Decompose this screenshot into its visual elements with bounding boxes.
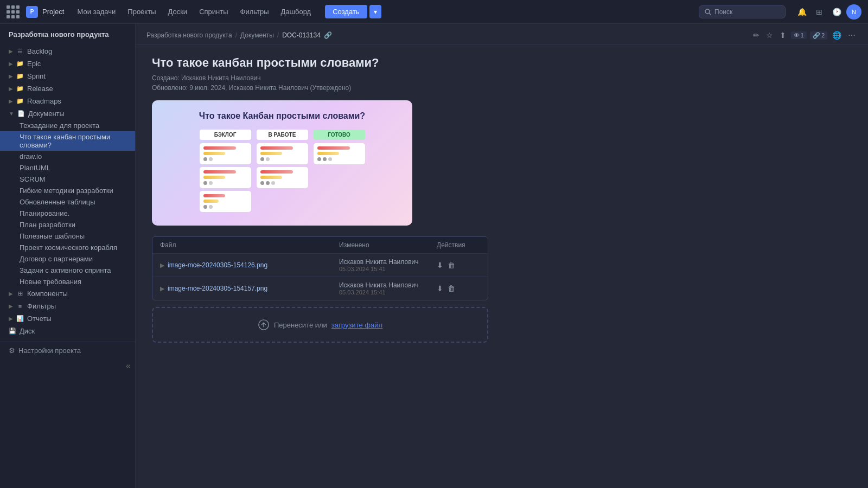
sidebar-item-documents[interactable]: ▼ 📄 Документы (0, 107, 135, 120)
breadcrumb-part-0[interactable]: Разработка нового продукта (146, 31, 232, 39)
sidebar-item-backlog[interactable]: ▶ ☰ Backlog (0, 45, 135, 57)
sidebar-subitem-devplan[interactable]: План разработки (0, 219, 135, 230)
sidebar-subitem-drawio[interactable]: draw.io (0, 151, 135, 162)
list-icon: ☰ (16, 48, 24, 55)
kanban-dot (203, 205, 207, 209)
kanban-card-dots (203, 181, 247, 185)
upload-link[interactable]: загрузите файл (331, 321, 382, 329)
share-icon[interactable]: ⬆ (778, 29, 788, 41)
kanban-card-dots (203, 205, 247, 209)
star-icon[interactable]: ☆ (764, 29, 775, 41)
sidebar-item-label-disk: Диск (20, 327, 126, 335)
edit-icon[interactable]: ✏ (751, 29, 761, 41)
sidebar-item-disk[interactable]: 💾 Диск (0, 325, 135, 337)
sidebar-subitem-partners[interactable]: Договор с партнерами (0, 253, 135, 265)
sidebar-settings[interactable]: ⚙ Настройки проекта (0, 342, 135, 359)
nav-boards[interactable]: Доски (162, 5, 193, 18)
nav-filters[interactable]: Фильтры (235, 5, 275, 18)
sidebar-subitem-agile[interactable]: Гибкие методики разработки (0, 185, 135, 196)
sidebar-item-roadmaps[interactable]: ▶ 📁 Roadmaps (0, 95, 135, 107)
folder-icon-roadmaps: 📁 (16, 98, 24, 105)
sidebar-item-epic[interactable]: ▶ 📁 Epic (0, 57, 135, 70)
grid-icon[interactable] (7, 5, 20, 18)
doc-content: Что такое канбан простыми словами? Созда… (136, 45, 868, 488)
more-icon[interactable]: ⋯ (846, 29, 857, 41)
sidebar-subitem-plantuml[interactable]: PlantUML (0, 162, 135, 174)
kanban-preview-title: Что такое Канбан простыми словами? (163, 111, 401, 121)
chevron-right-icon: ▶ (9, 61, 13, 67)
sidebar-item-label-filters: Фильтры (27, 302, 126, 310)
delete-icon[interactable]: 🗑 (448, 284, 455, 293)
sidebar-collapse-button[interactable]: « (0, 359, 135, 373)
sidebar-item-components[interactable]: ▶ ⊞ Компоненты (0, 287, 135, 300)
kanban-card-bar (260, 170, 293, 174)
link-icon2: 🔗 (813, 32, 820, 39)
avatar[interactable]: N (846, 4, 861, 20)
kanban-col-inprogress: В РАБОТЕ (257, 130, 308, 215)
history-icon[interactable]: 🕐 (829, 4, 844, 20)
sidebar-subitem-spaceship[interactable]: Проект космического корабля (0, 242, 135, 253)
sidebar-subitem-new-reqs[interactable]: Новые требования (0, 276, 135, 287)
breadcrumb-sep-0: / (235, 31, 237, 39)
kanban-card-dots (260, 181, 304, 185)
doc-title: Что такое канбан простыми словами? (152, 56, 852, 70)
create-button[interactable]: Создать (325, 5, 367, 18)
bell-icon[interactable]: 🔔 (794, 4, 809, 20)
subitem-label: Задачи с активного спринта (20, 266, 111, 274)
views-badge: 👁 1 (791, 31, 807, 39)
sidebar-subitem-templates[interactable]: Полезные шаблоны (0, 230, 135, 242)
links-badge: 🔗 2 (810, 31, 827, 40)
kanban-col-backlog: БЭКЛОГ (200, 130, 251, 215)
sidebar-subitem-tables[interactable]: Обновленные таблицы (0, 196, 135, 208)
kanban-card (257, 167, 308, 188)
nav-projects[interactable]: Проекты (122, 5, 161, 18)
collapse-icon: « (126, 361, 131, 371)
sidebar-item-label-components: Компоненты (27, 290, 126, 298)
kanban-dot (266, 181, 270, 185)
sidebar-subitem-sprint-tasks[interactable]: Задачи с активного спринта (0, 265, 135, 276)
sidebar-item-label-roadmaps: Roadmaps (27, 97, 126, 105)
doc-created: Создано: Искаков Никита Наилович (152, 74, 852, 82)
settings-icon: ⚙ (9, 346, 15, 355)
chart-icon: 📊 (16, 315, 24, 323)
breadcrumb-part-1[interactable]: Документы (240, 31, 274, 39)
file-actions-0: ⬇ 🗑 (437, 261, 480, 269)
kanban-card-bar (203, 146, 237, 150)
globe-icon[interactable]: 🌐 (831, 29, 843, 41)
folder-icon-sprint: 📁 (16, 73, 24, 80)
settings-label: Настройки проекта (18, 346, 81, 355)
sidebar-subitem-kanban[interactable]: Что такое канбан простыми словами? (0, 131, 135, 151)
sidebar-item-filters[interactable]: ▶ ≡ Фильтры (0, 300, 135, 312)
file-name-1[interactable]: image-mce-20240305-154157.png (168, 285, 339, 292)
kanban-card-bar (203, 194, 226, 197)
kanban-card-bar (203, 200, 219, 203)
sidebar-item-sprint[interactable]: ▶ 📁 Sprint (0, 70, 135, 82)
kanban-dot (323, 157, 327, 161)
sidebar-subitem-techspec[interactable]: Техзадание для проекта (0, 120, 135, 131)
upload-area[interactable]: Перенесите или загрузите файл (152, 307, 488, 343)
kanban-card (257, 143, 308, 164)
nav-my-tasks[interactable]: Мои задачи (72, 5, 121, 18)
nav-dashboard[interactable]: Дашборд (276, 5, 317, 18)
subitem-label: Полезные шаблоны (20, 232, 85, 240)
create-dropdown-button[interactable]: ▾ (369, 5, 381, 18)
download-icon[interactable]: ⬇ (437, 284, 443, 293)
sidebar-item-label-backlog: Backlog (27, 47, 126, 55)
kanban-card (200, 191, 251, 212)
search-box[interactable]: Поиск (699, 5, 786, 18)
delete-icon[interactable]: 🗑 (448, 261, 455, 269)
sidebar: Разработка нового продукта ▶ ☰ Backlog ▶… (0, 24, 136, 488)
kanban-dot (260, 157, 264, 161)
sidebar-subitem-scrum[interactable]: SCRUM (0, 174, 135, 185)
eye-icon: 👁 (794, 32, 800, 38)
kanban-preview: Что такое Канбан простыми словами? БЭКЛО… (152, 100, 412, 226)
file-name-0[interactable]: image-mce-20240305-154126.png (168, 261, 339, 269)
sidebar-subitem-planning[interactable]: Планирование. (0, 208, 135, 219)
layout-icon[interactable]: ⊞ (812, 4, 827, 20)
sidebar-item-release[interactable]: ▶ 📁 Release (0, 82, 135, 95)
sidebar-item-reports[interactable]: ▶ 📊 Отчеты (0, 312, 135, 325)
download-icon[interactable]: ⬇ (437, 261, 443, 269)
chevron-down-icon: ▼ (9, 111, 14, 117)
nav-sprints[interactable]: Спринты (194, 5, 233, 18)
topnav: P Project Мои задачи Проекты Доски Сприн… (0, 0, 868, 24)
